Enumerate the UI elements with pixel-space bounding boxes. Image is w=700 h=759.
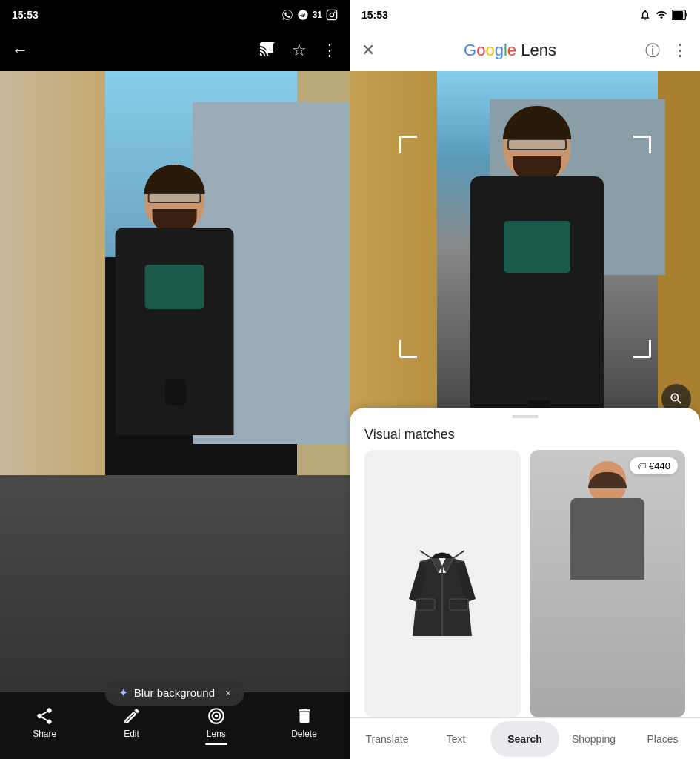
price-tag-icon: 🏷 xyxy=(637,461,646,471)
corner-tr xyxy=(633,136,651,153)
edit-button[interactable]: Edit xyxy=(122,706,141,739)
right-status-bar: 15:53 xyxy=(350,0,700,30)
selection-box xyxy=(399,136,651,358)
right-panel: 15:53 ✕ Google Lens ⓘ ⋮ xyxy=(350,0,700,759)
jacket-svg xyxy=(405,532,479,636)
tab-places[interactable]: Places xyxy=(628,721,697,757)
svg-point-2 xyxy=(334,12,336,13)
right-battery-icon xyxy=(672,9,688,21)
visual-matches-title: Visual matches xyxy=(350,418,700,450)
svg-point-1 xyxy=(330,13,333,16)
lens-button[interactable]: Lens xyxy=(207,706,226,739)
svg-point-5 xyxy=(215,715,218,717)
search-within-icon xyxy=(669,391,684,406)
corner-br xyxy=(633,340,651,358)
blur-background-badge[interactable]: ✦ Blur background × xyxy=(105,680,244,706)
svg-line-11 xyxy=(420,551,431,558)
notification-count: 31 xyxy=(313,10,322,20)
left-status-icons: 31 xyxy=(281,9,338,21)
whatsapp-icon xyxy=(281,9,293,21)
left-time: 15:53 xyxy=(12,9,39,21)
right-photo xyxy=(350,71,700,422)
corner-tl xyxy=(399,136,417,153)
tab-translate[interactable]: Translate xyxy=(353,721,421,757)
sparkle-icon: ✦ xyxy=(119,686,128,700)
cast-button[interactable] xyxy=(259,40,277,61)
match-card-person[interactable]: 🏷 €440 xyxy=(530,450,686,717)
delete-icon xyxy=(295,706,314,726)
left-panel: 15:53 31 ← ☆ ⋮ xyxy=(0,0,350,759)
edit-label: Edit xyxy=(124,729,139,739)
more-button-left[interactable]: ⋮ xyxy=(321,41,338,60)
bottom-sheet: Visual matches xyxy=(350,408,700,759)
close-button[interactable]: ✕ xyxy=(361,41,375,60)
lens-label: Lens xyxy=(207,729,226,739)
match-card-jacket[interactable] xyxy=(364,450,521,717)
lens-header: ✕ Google Lens ⓘ ⋮ xyxy=(350,30,700,71)
google-lens-title: Google Lens xyxy=(464,41,556,60)
price-badge: 🏷 €440 xyxy=(630,457,678,474)
more-button-right[interactable]: ⋮ xyxy=(672,41,688,60)
left-photo xyxy=(0,71,350,692)
jacket-image xyxy=(364,450,521,717)
delete-button[interactable]: Delete xyxy=(291,706,317,739)
share-icon xyxy=(35,706,54,726)
tab-shopping[interactable]: Shopping xyxy=(559,721,628,757)
left-status-bar: 15:53 31 xyxy=(0,0,350,30)
lens-active-indicator xyxy=(205,743,227,745)
blur-close-button[interactable]: × xyxy=(225,687,231,699)
svg-rect-7 xyxy=(673,11,683,19)
instagram-icon xyxy=(326,9,338,21)
tab-text[interactable]: Text xyxy=(421,721,490,757)
share-button[interactable]: Share xyxy=(33,706,56,739)
cast-icon xyxy=(259,40,277,58)
right-wifi-icon xyxy=(655,9,668,21)
svg-rect-0 xyxy=(327,10,336,19)
corner-bl xyxy=(399,340,417,358)
right-time: 15:53 xyxy=(361,9,388,21)
delete-label: Delete xyxy=(291,729,317,739)
telegram-icon xyxy=(297,9,309,21)
edit-icon xyxy=(122,706,141,726)
left-toolbar: ← ☆ ⋮ xyxy=(0,30,350,71)
price-value: €440 xyxy=(649,460,670,471)
right-status-icons xyxy=(639,9,688,21)
share-label: Share xyxy=(33,729,56,739)
matches-grid: 🏷 €440 xyxy=(350,450,700,717)
right-notifications-icon xyxy=(639,9,651,21)
lens-icon xyxy=(207,706,226,726)
person-match-image xyxy=(530,450,686,717)
info-button[interactable]: ⓘ xyxy=(645,41,660,61)
favorite-button[interactable]: ☆ xyxy=(292,41,307,60)
tab-search[interactable]: Search xyxy=(490,721,559,757)
lens-tabs: Translate Text Search Shopping Places xyxy=(350,717,700,759)
svg-line-12 xyxy=(453,551,464,558)
blur-background-label: Blur background xyxy=(134,686,215,699)
back-button[interactable]: ← xyxy=(12,41,28,60)
